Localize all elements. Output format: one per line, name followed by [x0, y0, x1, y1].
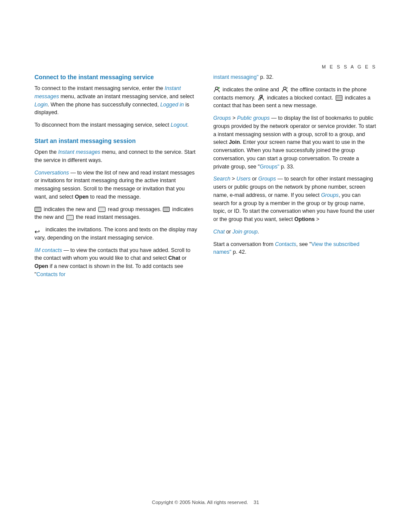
left-column: Connect to the instant messaging service… — [34, 73, 198, 286]
right-p2: indicates the online and the offline con… — [213, 86, 377, 110]
instant-messaging-link: instant messaging" — [213, 74, 258, 80]
right-p1: instant messaging" p. 32. — [213, 73, 377, 81]
icon-invitations: ↩ — [34, 227, 43, 233]
section-start-heading: Start an instant messaging session — [34, 137, 198, 145]
header-label: M e s s a g e s — [322, 64, 377, 71]
svg-point-3 — [286, 87, 288, 89]
icon-online — [213, 87, 220, 93]
open-label1: Open — [75, 194, 89, 200]
page: M e s s a g e s Connect to the instant m… — [0, 0, 411, 532]
users-link: Users — [237, 176, 251, 182]
right-column: instant messaging" p. 32. indicates the … — [213, 73, 377, 286]
main-content: Connect to the instant messaging service… — [34, 73, 377, 286]
chat-label: Chat — [168, 255, 181, 261]
instant-messages-link2: Instant messages — [58, 149, 100, 155]
icon-new-msg — [34, 207, 41, 212]
section-connect-heading: Connect to the instant messaging service — [34, 73, 198, 81]
chat-link: Chat — [213, 229, 224, 235]
groups-link2: Groups — [258, 176, 276, 182]
logged-in-link: Logged in — [160, 102, 184, 108]
search-link: Search — [213, 176, 230, 182]
logout-link: Logout — [171, 122, 187, 128]
join-group-link: Join group — [232, 229, 257, 235]
right-p6: Start a conversation from Contacts, see … — [213, 240, 377, 257]
section-start-p3: indicates the new and read group message… — [34, 205, 198, 222]
right-p3: Groups > Public groups — to display the … — [213, 114, 377, 171]
conversations-link: Conversations — [34, 170, 69, 176]
icon-blocked — [258, 95, 265, 101]
svg-point-0 — [215, 87, 218, 90]
contacts-for-link: Contacts for — [36, 271, 65, 277]
section-start-p2: Conversations — to view the list of new … — [34, 169, 198, 201]
im-contacts-link: IM contacts — [34, 247, 62, 253]
public-groups-link: Public groups — [237, 115, 270, 121]
svg-point-1 — [218, 87, 220, 89]
page-number: 31 — [254, 500, 259, 505]
icon-offline — [281, 87, 288, 93]
icon-read-instant — [66, 215, 74, 220]
icon-new-msg2 — [163, 207, 170, 212]
groups-link1: Groups — [213, 115, 231, 121]
join-label: Join — [229, 139, 240, 145]
copyright-text: Copyright © 2005 Nokia. All rights reser… — [152, 500, 248, 505]
section-connect-p2: To disconnect from the instant messaging… — [34, 121, 198, 129]
right-p5: Chat or Join group. — [213, 228, 377, 236]
options-label: Options — [294, 216, 314, 222]
section-start-p4: ↩ indicates the invitations. The icons a… — [34, 226, 198, 242]
section-start-p1: Open the Instant messages menu, and conn… — [34, 148, 198, 165]
icon-read-msg — [98, 207, 106, 212]
groups-link3: Groups — [321, 192, 339, 198]
footer: Copyright © 2005 Nokia. All rights reser… — [0, 499, 411, 506]
section-start: Start an instant messaging session Open … — [34, 137, 198, 279]
instant-messages-link1: Instant messages — [34, 85, 181, 100]
open-label2: Open — [34, 263, 48, 269]
svg-point-2 — [283, 87, 286, 90]
contacts-link: Contacts — [275, 241, 296, 247]
section-connect-p1: To connect to the instant messaging serv… — [34, 84, 198, 117]
groups-ref-link: Groups" — [260, 164, 279, 170]
login-link: Login — [34, 102, 48, 108]
right-p4: Search > Users or Groups — to search for… — [213, 175, 377, 224]
section-connect: Connect to the instant messaging service… — [34, 73, 198, 129]
icon-new-message — [336, 95, 342, 101]
section-start-p5: IM contacts — to view the contacts that … — [34, 246, 198, 279]
